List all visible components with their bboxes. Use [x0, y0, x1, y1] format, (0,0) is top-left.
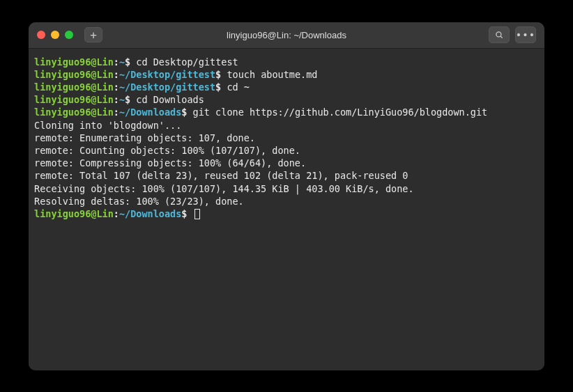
- svg-line-1: [501, 36, 503, 38]
- close-button[interactable]: [37, 31, 45, 39]
- prompt-sep: :: [114, 69, 119, 80]
- prompt-sep: :: [114, 94, 119, 105]
- prompt-dollar: $: [125, 56, 130, 68]
- prompt-sep: :: [114, 56, 119, 68]
- terminal-line: linyiguo96@Lin:~$ cd Downloads: [34, 93, 539, 106]
- new-tab-button[interactable]: +: [84, 27, 102, 42]
- titlebar-right-controls: •••: [489, 26, 536, 43]
- menu-icon: •••: [516, 30, 535, 40]
- output-line: remote: Counting objects: 100% (107/107)…: [34, 144, 539, 157]
- window-title: linyiguo96@Lin: ~/Downloads: [227, 30, 346, 40]
- prompt-path: ~/Downloads: [119, 107, 181, 118]
- terminal-line: linyiguo96@Lin:~$ cd Desktop/gittest: [34, 56, 539, 68]
- prompt-user: linyiguo96@Lin: [34, 69, 114, 80]
- output-line: remote: Enumerating objects: 107, done.: [34, 132, 539, 144]
- prompt-path: ~/Desktop/gittest: [119, 69, 215, 80]
- command-text: [187, 208, 192, 219]
- terminal-window: + linyiguo96@Lin: ~/Downloads ••• linyig…: [29, 22, 544, 370]
- prompt-user: linyiguo96@Lin: [34, 208, 114, 219]
- command-text: cd Desktop/gittest: [130, 56, 238, 68]
- command-text: git clone https://github.com/LinyiGuo96/…: [187, 107, 487, 118]
- svg-point-0: [496, 32, 501, 37]
- prompt-user: linyiguo96@Lin: [34, 81, 114, 93]
- prompt-sep: :: [114, 81, 119, 93]
- menu-button[interactable]: •••: [515, 26, 536, 43]
- command-text: cd ~: [221, 81, 250, 93]
- plus-icon: +: [90, 29, 97, 42]
- terminal-body[interactable]: linyiguo96@Lin:~$ cd Desktop/gittest lin…: [29, 49, 544, 370]
- traffic-lights: [37, 31, 73, 39]
- prompt-path: ~/Desktop/gittest: [119, 81, 215, 93]
- prompt-user: linyiguo96@Lin: [34, 94, 114, 105]
- terminal-line: linyiguo96@Lin:~/Desktop/gittest$ touch …: [34, 68, 539, 81]
- output-line: remote: Compressing objects: 100% (64/64…: [34, 157, 539, 169]
- prompt-path: ~: [119, 94, 125, 105]
- output-line: remote: Total 107 (delta 23), reused 102…: [34, 169, 539, 182]
- prompt-user: linyiguo96@Lin: [34, 56, 114, 68]
- output-line: Cloning into 'blogdown'...: [34, 119, 539, 132]
- output-line: Resolving deltas: 100% (23/23), done.: [34, 195, 539, 207]
- prompt-sep: :: [114, 208, 119, 219]
- prompt-sep: :: [114, 107, 119, 118]
- prompt-path: ~/Downloads: [119, 208, 181, 219]
- command-text: cd Downloads: [130, 94, 204, 105]
- minimize-button[interactable]: [51, 31, 59, 39]
- prompt-dollar: $: [125, 94, 130, 105]
- search-icon: [494, 30, 504, 40]
- prompt-path: ~: [119, 56, 125, 68]
- command-text: touch aboutme.md: [221, 69, 317, 80]
- cursor: [194, 209, 200, 219]
- terminal-line: linyiguo96@Lin:~/Downloads$ git clone ht…: [34, 106, 539, 118]
- prompt-user: linyiguo96@Lin: [34, 107, 114, 118]
- titlebar: + linyiguo96@Lin: ~/Downloads •••: [29, 22, 544, 49]
- terminal-line: linyiguo96@Lin:~/Desktop/gittest$ cd ~: [34, 81, 539, 93]
- terminal-line: linyiguo96@Lin:~/Downloads$: [34, 207, 539, 220]
- search-button[interactable]: [489, 26, 510, 43]
- maximize-button[interactable]: [65, 31, 73, 39]
- output-line: Receiving objects: 100% (107/107), 144.3…: [34, 182, 539, 195]
